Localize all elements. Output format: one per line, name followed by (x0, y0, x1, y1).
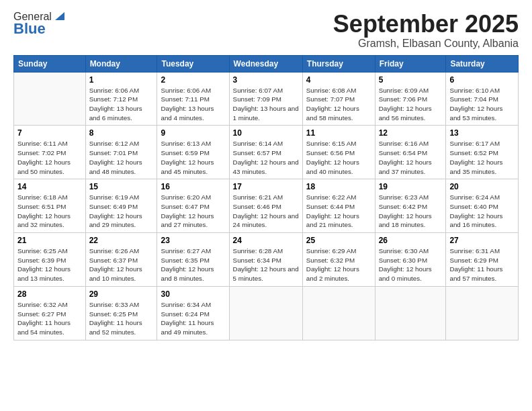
day-cell: 5Sunrise: 6:09 AMSunset: 7:06 PMDaylight… (375, 72, 446, 126)
month-title: September 2025 (333, 11, 519, 38)
day-number: 16 (161, 182, 225, 191)
day-info: Sunrise: 6:13 AMSunset: 6:59 PMDaylight:… (161, 139, 225, 176)
day-cell: 10Sunrise: 6:14 AMSunset: 6:57 PMDayligh… (229, 126, 302, 179)
day-cell (14, 72, 86, 126)
day-cell: 14Sunrise: 6:18 AMSunset: 6:51 PMDayligh… (14, 179, 86, 233)
day-info: Sunrise: 6:07 AMSunset: 7:09 PMDaylight:… (233, 86, 299, 123)
day-number: 29 (89, 289, 154, 299)
day-number: 8 (89, 128, 154, 138)
day-info: Sunrise: 6:11 AMSunset: 7:02 PMDaylight:… (17, 139, 82, 176)
day-cell: 7Sunrise: 6:11 AMSunset: 7:02 PMDaylight… (14, 126, 86, 179)
logo-blue-text: Blue (13, 20, 46, 38)
day-info: Sunrise: 6:21 AMSunset: 6:46 PMDaylight:… (233, 193, 299, 230)
day-info: Sunrise: 6:26 AMSunset: 6:37 PMDaylight:… (89, 246, 154, 283)
header-sunday: Sunday (14, 55, 86, 72)
day-number: 1 (89, 75, 154, 85)
header-tuesday: Tuesday (157, 55, 229, 72)
day-cell: 30Sunrise: 6:34 AMSunset: 6:24 PMDayligh… (157, 286, 229, 340)
week-row-1: 1Sunrise: 6:06 AMSunset: 7:12 PMDaylight… (14, 72, 519, 126)
day-number: 28 (17, 289, 82, 299)
day-info: Sunrise: 6:33 AMSunset: 6:25 PMDaylight:… (89, 300, 154, 337)
day-cell: 25Sunrise: 6:29 AMSunset: 6:32 PMDayligh… (302, 233, 375, 287)
day-cell: 16Sunrise: 6:20 AMSunset: 6:47 PMDayligh… (157, 179, 229, 233)
day-info: Sunrise: 6:30 AMSunset: 6:30 PMDaylight:… (379, 246, 443, 283)
day-info: Sunrise: 6:34 AMSunset: 6:24 PMDaylight:… (161, 300, 225, 337)
day-number: 22 (89, 236, 154, 245)
day-number: 14 (17, 182, 82, 191)
day-cell (302, 286, 375, 340)
week-row-5: 28Sunrise: 6:32 AMSunset: 6:27 PMDayligh… (14, 286, 519, 340)
day-info: Sunrise: 6:10 AMSunset: 7:04 PMDaylight:… (449, 86, 515, 123)
day-cell: 18Sunrise: 6:22 AMSunset: 6:44 PMDayligh… (302, 179, 375, 233)
day-info: Sunrise: 6:24 AMSunset: 6:40 PMDaylight:… (449, 193, 515, 230)
day-cell: 22Sunrise: 6:26 AMSunset: 6:37 PMDayligh… (85, 233, 157, 287)
day-cell: 4Sunrise: 6:08 AMSunset: 7:07 PMDaylight… (302, 72, 375, 126)
day-info: Sunrise: 6:17 AMSunset: 6:52 PMDaylight:… (449, 139, 515, 176)
day-number: 17 (233, 182, 299, 191)
day-info: Sunrise: 6:16 AMSunset: 6:54 PMDaylight:… (379, 139, 443, 176)
day-info: Sunrise: 6:14 AMSunset: 6:57 PMDaylight:… (233, 139, 299, 176)
day-number: 23 (161, 236, 225, 245)
day-number: 3 (233, 75, 299, 85)
title-section: September 2025 Gramsh, Elbasan County, A… (333, 11, 519, 50)
week-row-2: 7Sunrise: 6:11 AMSunset: 7:02 PMDaylight… (14, 126, 519, 179)
day-cell: 23Sunrise: 6:27 AMSunset: 6:35 PMDayligh… (157, 233, 229, 287)
day-number: 7 (17, 128, 82, 138)
day-info: Sunrise: 6:09 AMSunset: 7:06 PMDaylight:… (379, 86, 443, 123)
day-cell: 29Sunrise: 6:33 AMSunset: 6:25 PMDayligh… (85, 286, 157, 340)
day-number: 19 (379, 182, 443, 191)
svg-marker-0 (55, 12, 64, 20)
day-number: 2 (161, 75, 225, 85)
day-cell: 2Sunrise: 6:06 AMSunset: 7:11 PMDaylight… (157, 72, 229, 126)
weekday-header-row: Sunday Monday Tuesday Wednesday Thursday… (14, 55, 519, 72)
day-number: 11 (306, 128, 371, 138)
calendar-page: General Blue September 2025 Gramsh, Elba… (0, 0, 532, 347)
day-number: 10 (233, 128, 299, 138)
day-info: Sunrise: 6:25 AMSunset: 6:39 PMDaylight:… (17, 246, 82, 283)
day-number: 30 (161, 289, 225, 299)
day-info: Sunrise: 6:22 AMSunset: 6:44 PMDaylight:… (306, 193, 371, 230)
day-cell (375, 286, 446, 340)
day-cell: 13Sunrise: 6:17 AMSunset: 6:52 PMDayligh… (446, 126, 519, 179)
day-info: Sunrise: 6:15 AMSunset: 6:56 PMDaylight:… (306, 139, 371, 176)
logo: General Blue (13, 11, 64, 38)
day-cell: 6Sunrise: 6:10 AMSunset: 7:04 PMDaylight… (446, 72, 519, 126)
day-cell: 26Sunrise: 6:30 AMSunset: 6:30 PMDayligh… (375, 233, 446, 287)
day-cell: 28Sunrise: 6:32 AMSunset: 6:27 PMDayligh… (14, 286, 86, 340)
logo-icon (52, 9, 64, 21)
day-cell: 24Sunrise: 6:28 AMSunset: 6:34 PMDayligh… (229, 233, 302, 287)
day-number: 21 (17, 236, 82, 245)
day-cell: 15Sunrise: 6:19 AMSunset: 6:49 PMDayligh… (85, 179, 157, 233)
day-cell: 8Sunrise: 6:12 AMSunset: 7:01 PMDaylight… (85, 126, 157, 179)
day-number: 18 (306, 182, 371, 191)
header-saturday: Saturday (446, 55, 519, 72)
day-info: Sunrise: 6:06 AMSunset: 7:12 PMDaylight:… (89, 86, 154, 123)
day-cell: 20Sunrise: 6:24 AMSunset: 6:40 PMDayligh… (446, 179, 519, 233)
day-info: Sunrise: 6:19 AMSunset: 6:49 PMDaylight:… (89, 193, 154, 230)
day-info: Sunrise: 6:27 AMSunset: 6:35 PMDaylight:… (161, 246, 225, 283)
day-number: 13 (449, 128, 515, 138)
header-monday: Monday (85, 55, 157, 72)
day-cell: 27Sunrise: 6:31 AMSunset: 6:29 PMDayligh… (446, 233, 519, 287)
day-cell: 11Sunrise: 6:15 AMSunset: 6:56 PMDayligh… (302, 126, 375, 179)
day-number: 12 (379, 128, 443, 138)
location-title: Gramsh, Elbasan County, Albania (333, 38, 519, 50)
day-info: Sunrise: 6:20 AMSunset: 6:47 PMDaylight:… (161, 193, 225, 230)
day-info: Sunrise: 6:08 AMSunset: 7:07 PMDaylight:… (306, 86, 371, 123)
day-number: 9 (161, 128, 225, 138)
day-cell: 9Sunrise: 6:13 AMSunset: 6:59 PMDaylight… (157, 126, 229, 179)
day-number: 25 (306, 236, 371, 245)
day-cell: 1Sunrise: 6:06 AMSunset: 7:12 PMDaylight… (85, 72, 157, 126)
day-cell (229, 286, 302, 340)
day-info: Sunrise: 6:23 AMSunset: 6:42 PMDaylight:… (379, 193, 443, 230)
day-info: Sunrise: 6:12 AMSunset: 7:01 PMDaylight:… (89, 139, 154, 176)
header-wednesday: Wednesday (229, 55, 302, 72)
day-cell: 19Sunrise: 6:23 AMSunset: 6:42 PMDayligh… (375, 179, 446, 233)
day-cell: 12Sunrise: 6:16 AMSunset: 6:54 PMDayligh… (375, 126, 446, 179)
day-number: 5 (379, 75, 443, 85)
day-info: Sunrise: 6:28 AMSunset: 6:34 PMDaylight:… (233, 246, 299, 283)
day-cell: 17Sunrise: 6:21 AMSunset: 6:46 PMDayligh… (229, 179, 302, 233)
week-row-3: 14Sunrise: 6:18 AMSunset: 6:51 PMDayligh… (14, 179, 519, 233)
week-row-4: 21Sunrise: 6:25 AMSunset: 6:39 PMDayligh… (14, 233, 519, 287)
day-info: Sunrise: 6:29 AMSunset: 6:32 PMDaylight:… (306, 246, 371, 283)
